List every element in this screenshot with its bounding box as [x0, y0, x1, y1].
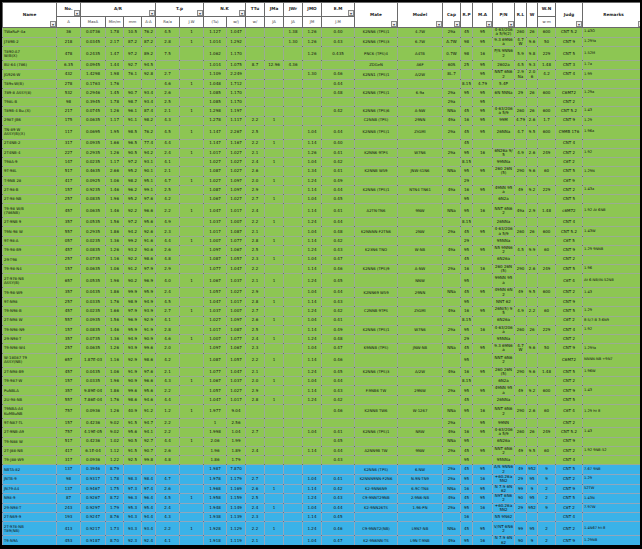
filter-dropdown-icon[interactable]: ▾: [436, 21, 442, 27]
column-header: E.M▾: [322, 3, 355, 17]
filter-dropdown-icon[interactable]: ▾: [348, 10, 354, 16]
cell: 97.6: [142, 367, 156, 377]
cell: [398, 353, 443, 367]
cell: NNa: [443, 437, 461, 446]
cell: 26: [527, 428, 538, 438]
cell: 6.9a: [398, 88, 443, 97]
cell: CNT 5: [556, 167, 583, 177]
cell: [355, 546, 398, 549]
cell: 29a: [443, 148, 461, 158]
cell: 94.7: [142, 419, 156, 428]
cell: [473, 546, 493, 549]
cell: 1.48: [538, 61, 556, 70]
cell: 9.3 69N6a: [493, 344, 515, 354]
cell: 4.7W: [515, 344, 527, 354]
cell: V/NT 6N62: [493, 522, 515, 536]
cell: 2.1: [246, 367, 265, 377]
column-subheader: MaxA: [81, 17, 106, 28]
cell: W7N6: [398, 325, 443, 335]
filter-dropdown-icon[interactable]: ▾: [74, 10, 80, 16]
cell: 1: [180, 37, 204, 47]
table-row: T9-98-B94570.08351.2693.290.62.61.0971.0…: [3, 246, 642, 256]
table-row: J789B-22180.03452.1787.287.22.811.0141.2…: [3, 37, 642, 47]
cell: 45: [461, 28, 473, 38]
filter-dropdown-icon[interactable]: ▾: [486, 21, 492, 27]
filter-dropdown-icon[interactable]: ▾: [50, 21, 56, 27]
cell: 0.0335: [81, 297, 106, 306]
cell: 1.067: [227, 344, 246, 354]
cell: 2.6: [156, 246, 180, 256]
cell: K2NN69 W59: [355, 288, 398, 298]
cell: 97.2: [124, 47, 142, 61]
table-row: 27-N97-AB2750.91571.6791.391.42.01.9081.…: [3, 546, 642, 549]
cell: 16: [461, 367, 473, 377]
cell: [180, 428, 204, 438]
cell: 2.9: [246, 386, 265, 396]
cell: 96.9: [142, 274, 156, 288]
cell: [443, 139, 461, 148]
cell: [180, 484, 204, 494]
cell: [355, 437, 398, 446]
cell: 0.9157: [81, 546, 106, 549]
table-row: 2T-98-B1570.92351.4696.299.12.51.0871.09…: [3, 185, 642, 195]
filter-dropdown-icon[interactable]: ▾: [197, 10, 203, 16]
cell: 92.2: [124, 255, 142, 264]
cell: 97.9: [124, 306, 142, 316]
cell: 290: [515, 367, 527, 377]
filter-dropdown-icon[interactable]: ▾: [391, 21, 397, 27]
cell: 60S: [443, 61, 461, 70]
filter-dropdown-icon[interactable]: ▾: [239, 10, 245, 16]
cell: [515, 437, 527, 446]
filter-dropdown-icon[interactable]: ▾: [149, 10, 155, 16]
cell: [583, 437, 642, 446]
cell: 90.5: [124, 437, 142, 446]
cell: 95: [461, 246, 473, 256]
cell: A/2W: [398, 70, 443, 80]
cell: 95: [461, 195, 473, 204]
cell: 1.097: [204, 344, 227, 354]
cell: [246, 419, 265, 428]
cell: At 6-NB/IN-52NB: [583, 274, 642, 288]
cell: 2.17: [106, 37, 124, 47]
cell: 478: [57, 47, 81, 61]
cell: [284, 536, 303, 546]
row-label-cell: N98-9: [3, 494, 57, 504]
cell: [527, 546, 538, 549]
cell: 0.48: [322, 335, 355, 344]
column-header-label: JMa: [270, 6, 279, 11]
cell: 457: [57, 246, 81, 256]
cell: 1.067: [204, 377, 227, 386]
cell: C2NNB (TPS): [355, 116, 398, 125]
cell: 87.4: [142, 106, 156, 116]
cell: 0.9297: [81, 503, 106, 513]
filter-dropdown-icon[interactable]: ▾: [454, 21, 460, 27]
cell: [180, 344, 204, 354]
cell: 1.12: [106, 446, 124, 456]
cell: 45: [461, 446, 473, 456]
cell: 96.6: [142, 204, 156, 218]
cell: 260: [515, 227, 527, 237]
cell: 1.109: [227, 546, 246, 549]
filter-dropdown-icon[interactable]: ▾: [508, 21, 514, 27]
cell: [180, 116, 204, 125]
cell: 4.8: [156, 255, 180, 264]
cell: 95: [461, 386, 473, 396]
filter-dropdown-icon[interactable]: ▾: [638, 21, 642, 27]
cell: 60: [538, 306, 556, 316]
column-header-label: M.A: [478, 12, 487, 17]
cell: 91.5: [124, 446, 142, 456]
cell: [265, 386, 284, 396]
cell: [284, 437, 303, 446]
cell: 1.43: [583, 106, 642, 116]
column-header: TTu: [246, 3, 265, 17]
cell: [246, 97, 265, 106]
cell: CNT 9: [556, 116, 583, 125]
cell: CNT 2: [556, 148, 583, 158]
cell: 2.3: [246, 255, 265, 264]
cell: P/S 9NN62: [493, 47, 515, 61]
filter-dropdown-icon[interactable]: ▾: [576, 21, 582, 27]
table-row: T89B-4 Bu.(X)2170.07451.2696.187.42.111.…: [3, 106, 642, 116]
spreadsheet-window: Name▾No.▾A/R▾T.p▾N.K▾TTuJMaJWrJMOE.M▾Mat…: [0, 0, 642, 549]
row-label-cell: 2T-978-NB T89(NB): [3, 522, 57, 536]
table-row: T890-A7 W/B(X)4780.24351.4797.289.27.51.…: [3, 47, 642, 61]
